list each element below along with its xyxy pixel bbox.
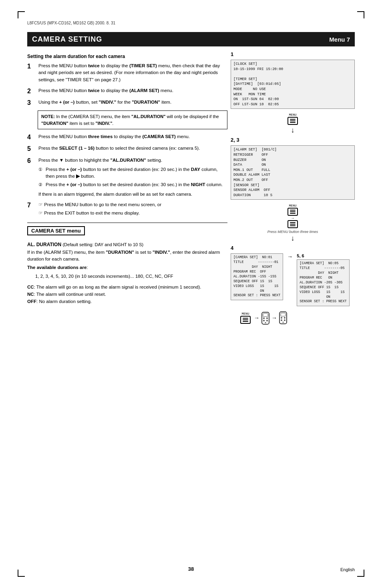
- diag-label-56: 5, 6: [297, 253, 349, 258]
- screen-box-4: [CAMERA SET] NO:01 TITLE --------01 DAY …: [231, 253, 283, 300]
- al-duration-section: AL. DURATION (Default setting: DAY and N…: [27, 242, 227, 305]
- screen-4-container: [CAMERA SET] NO:01 TITLE --------01 DAY …: [231, 253, 283, 303]
- al-duration-nc: NC: The alarm will continue until reset.: [27, 291, 227, 298]
- step-5-number: 5: [27, 145, 36, 153]
- menu-icon-23: MENU →: [288, 204, 298, 228]
- arrow-right-bottom: →: [254, 315, 259, 321]
- step-5-text: Press the SELECT (1 – 16) button to sele…: [38, 145, 227, 152]
- al-duration-desc: If in the (ALARM SET) menu, the item "DU…: [27, 249, 227, 263]
- step-3-number: 3: [27, 99, 36, 106]
- step-7-text: ☞ Press the MENU button to go to the nex…: [38, 201, 227, 217]
- section-heading: Setting the alarm duration for each came…: [27, 54, 227, 59]
- step-1-number: 1: [27, 62, 36, 70]
- al-duration-off: OFF: No alarm duration setting.: [27, 298, 227, 305]
- svg-point-5: [266, 320, 268, 321]
- corner-mark-tr: [357, 11, 364, 18]
- step-1-text: Press the MENU button twice to display t…: [38, 62, 227, 83]
- step-3: 3 Using the + (or –) button, set "INDIV.…: [27, 99, 227, 106]
- screen-box-56: [CAMERA SET] NO:05 TITLE --------05 DAY …: [297, 259, 349, 306]
- arrow-down-23: ↓: [291, 235, 295, 242]
- svg-point-12: [284, 319, 285, 321]
- step-4-text: Press the MENU button three times to dis…: [38, 133, 227, 140]
- divider: [27, 223, 227, 223]
- al-duration-avail-label: The available durations are:: [27, 264, 227, 271]
- al-duration-term: AL. DURATION (Default setting: DAY and N…: [27, 242, 227, 247]
- step-1: 1 Press the MENU button twice to display…: [27, 62, 227, 83]
- corner-mark-tl: [18, 11, 25, 18]
- press-menu-note-text: Press MENU button three times: [267, 230, 318, 234]
- al-duration-avail-list: 1, 2, 3, 4, 5, 10, 20 (in 10 seconds inc…: [35, 273, 227, 280]
- svg-point-10: [284, 317, 285, 319]
- step4-row: [CAMERA SET] NO:01 TITLE --------01 DAY …: [231, 253, 355, 309]
- al-duration-cc: CC: The alarm will go on as long as the …: [27, 283, 227, 291]
- screen-box-23: [ALARM SET] [001/C] RETRIGGER OFF BUZZER…: [231, 145, 355, 200]
- header-bar: CAMERA SETTING Menu 7: [27, 32, 355, 46]
- menu-icon-bottom: MENU: [240, 312, 251, 324]
- corner-mark-br: [357, 570, 364, 577]
- corner-mark-bl: [18, 570, 25, 577]
- step-2: 2 Press the MENU button twice to display…: [27, 87, 227, 95]
- step-2-text: Press the MENU button twice to display t…: [38, 87, 227, 94]
- remote-icon-2: [279, 311, 288, 324]
- svg-point-3: [266, 317, 268, 319]
- doc-id: L8FC5/US (MPX-CD162, MD162 GB) 2000. 8. …: [27, 21, 115, 25]
- remote-icon: [261, 312, 270, 325]
- svg-point-4: [263, 320, 265, 321]
- arrow-right-45: →: [287, 253, 293, 260]
- svg-rect-1: [263, 313, 268, 317]
- page-title: CAMERA SETTING: [32, 35, 102, 44]
- step-7-number: 7: [27, 201, 36, 209]
- page-number: 38: [188, 566, 194, 572]
- menu-icon-1: MENU: [288, 113, 298, 125]
- menu-label: Menu 7: [329, 36, 350, 43]
- svg-point-6: [265, 322, 266, 323]
- step-6-text: Press the ▼ button to highlight the "AL.…: [38, 157, 227, 198]
- svg-rect-8: [281, 313, 285, 316]
- svg-point-9: [281, 317, 282, 319]
- diag-label-4: 4: [231, 245, 355, 251]
- cam-set-heading: CAMERA SET menu: [27, 226, 85, 235]
- svg-point-11: [281, 319, 282, 321]
- note-box: NOTE: In the (CAMERA SET) menu, the item…: [38, 110, 227, 129]
- svg-point-13: [283, 322, 284, 323]
- note-text: In the (CAMERA SET) menu, the item "AL.D…: [41, 114, 219, 126]
- screen-23: [ALARM SET] [001/C] RETRIGGER OFF BUZZER…: [231, 145, 355, 200]
- screen-box-1: [CLOCK SET] 10-15-1999 FRI 15:20:00 [TIM…: [231, 60, 355, 109]
- screen-56-container: 5, 6 [CAMERA SET] NO:05 TITLE --------05…: [297, 253, 349, 309]
- arrow-down-1: ↓: [291, 126, 295, 134]
- lang-label: English: [340, 567, 355, 572]
- main-content: Setting the alarm duration for each came…: [27, 48, 355, 325]
- diag-label-23: 2, 3: [231, 137, 355, 143]
- step-6: 6 Press the ▼ button to highlight the "A…: [27, 157, 227, 198]
- screen-1: [CLOCK SET] 10-15-1999 FRI 15:20:00 [TIM…: [231, 60, 355, 109]
- step-7: 7 ☞ Press the MENU button to go to the n…: [27, 201, 227, 217]
- press-menu-times-label: →: [291, 216, 295, 220]
- step-4-number: 4: [27, 133, 36, 141]
- arrow-right-bottom2: →: [271, 315, 277, 321]
- svg-point-2: [263, 317, 265, 319]
- right-column: 1 [CLOCK SET] 10-15-1999 FRI 15:20:00 [T…: [231, 48, 355, 325]
- step-5: 5 Press the SELECT (1 – 16) button to se…: [27, 145, 227, 153]
- step-3-text: Using the + (or –) button, set "INDIV." …: [38, 99, 227, 106]
- note-label: NOTE:: [41, 114, 55, 119]
- step-6-number: 6: [27, 157, 36, 165]
- step-4: 4 Press the MENU button three times to d…: [27, 133, 227, 141]
- diag-label-1: 1: [231, 51, 355, 57]
- left-column: Setting the alarm duration for each came…: [27, 48, 227, 305]
- step-2-number: 2: [27, 87, 36, 95]
